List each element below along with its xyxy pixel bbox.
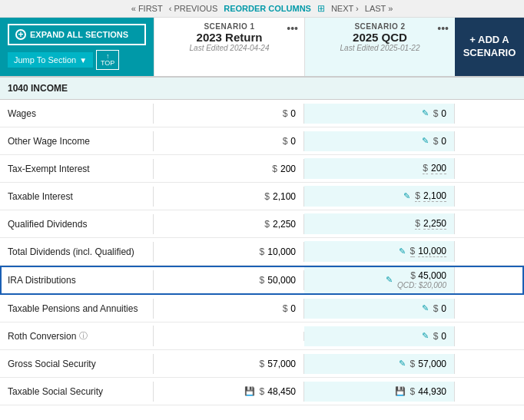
row-label: Total Dividends (incl. Qualified) <box>0 242 154 262</box>
dollar-sign: $ <box>433 303 439 314</box>
row-label: IRA Distributions <box>0 270 154 290</box>
dollar-sign: $ <box>283 303 288 314</box>
cell-value: 0 <box>290 108 296 119</box>
dollar-sign: $ <box>433 331 439 342</box>
cell-value: 2,100 <box>423 190 446 202</box>
cell-value: 44,930 <box>418 386 446 397</box>
scenario-2-edited: Last Edited 2025-01-22 <box>313 44 447 52</box>
scenario-2-header: ••• SCENARIO 2 2025 QCD Last Edited 2025… <box>304 18 455 76</box>
row-label: Taxable Interest <box>0 187 154 207</box>
dollar-sign: $ <box>260 386 265 397</box>
row-label: Wages <box>0 104 154 124</box>
cell-value: 200 <box>431 163 446 174</box>
scenario-2-cell: ✎$ 45,000QCD: $20,000 <box>304 266 455 294</box>
dollar-sign: $ <box>410 359 416 369</box>
dollar-sign: $ <box>433 108 439 119</box>
nav-next[interactable]: NEXT › <box>331 4 359 13</box>
sidebar-header: + EXPAND ALL SECTIONS Jump To Section ▼ … <box>0 18 154 76</box>
help-icon[interactable]: ⓘ <box>79 330 88 342</box>
dollar-sign: $ <box>283 136 288 147</box>
chevron-down-icon: ▼ <box>79 56 87 64</box>
floppy-icon[interactable]: 💾 <box>395 386 406 396</box>
dollar-sign: $ <box>415 190 420 202</box>
cell-value: 0 <box>441 303 446 314</box>
scenario-1-cell: $200 <box>154 159 304 179</box>
dollar-sign: $ <box>260 246 265 257</box>
scenario-2-cell: ✎$0 <box>304 131 455 151</box>
cell-value: 0 <box>290 303 296 314</box>
scenario-1-cell: $50,000 <box>154 270 304 290</box>
cell-value: 50,000 <box>267 275 296 286</box>
table-row: Other Wage Income$0✎$0 <box>0 127 524 155</box>
dollar-sign: $ <box>260 359 265 369</box>
scenario-1-cell: $2,250 <box>154 214 304 234</box>
table-row: Roth Conversion ⓘ✎$0 <box>0 322 524 350</box>
row-label: Taxable Social Security <box>0 382 154 402</box>
cell-value: 200 <box>280 164 296 174</box>
jump-label: Jump To Section <box>14 55 76 64</box>
jump-to-section-button[interactable]: Jump To Section ▼ <box>8 52 93 68</box>
scenario-1-menu[interactable]: ••• <box>287 22 298 35</box>
nav-first[interactable]: « FIRST <box>131 4 163 13</box>
scenario-2-cell: $2,250 <box>304 213 455 234</box>
cell-with-sub: $ 45,000QCD: $20,000 <box>397 270 446 289</box>
scenario-2-cell: ✎$2,100 <box>304 186 455 207</box>
dollar-sign: $ <box>264 191 270 202</box>
nav-reorder[interactable]: REORDER COLUMNS <box>224 4 311 13</box>
scenario-1-cell: $0 <box>154 299 304 319</box>
cell-value: 2,250 <box>423 218 446 230</box>
scenario-2-cell: ✎$0 <box>304 326 455 346</box>
scenario-1-cell: $0 <box>154 131 304 151</box>
scenario-2-menu[interactable]: ••• <box>437 22 449 35</box>
row-label: Roth Conversion ⓘ <box>0 326 154 346</box>
scenario-2-name: 2025 QCD <box>313 31 447 44</box>
nav-last[interactable]: LAST » <box>365 4 393 13</box>
qcd-note: QCD: $20,000 <box>397 281 446 289</box>
edit-icon[interactable]: ✎ <box>399 359 406 369</box>
scenario-2-cell: 💾$44,930 <box>304 382 455 402</box>
edit-icon[interactable]: ✎ <box>422 136 429 146</box>
cell-value: 48,450 <box>267 386 296 397</box>
table-row: Taxable Social Security💾$48,450💾$44,930 <box>0 378 524 405</box>
nav-previous[interactable]: ‹ PREVIOUS <box>169 4 218 13</box>
section-title: 1040 INCOME <box>8 83 68 94</box>
scenario-1-cell: $2,100 <box>154 187 304 207</box>
dollar-sign: $ <box>410 246 416 257</box>
edit-icon[interactable]: ✎ <box>399 246 406 256</box>
scenario-1-cell: 💾$48,450 <box>154 382 304 402</box>
table-row: Total Dividends (incl. Qualified)$10,000… <box>0 238 524 266</box>
scenario-2-cell: ✎$10,000 <box>304 241 455 262</box>
edit-icon[interactable]: ✎ <box>422 303 429 313</box>
floppy-icon[interactable]: 💾 <box>244 386 255 396</box>
table-row: Gross Social Security$57,000✎$57,000 <box>0 350 524 378</box>
plus-circle-icon: + <box>15 29 26 40</box>
cell-value: 45,000 <box>416 270 446 281</box>
cell-value: 57,000 <box>418 359 446 369</box>
dollar-sign: $ <box>272 164 277 174</box>
add-scenario-label: + ADD A SCENARIO <box>463 34 516 60</box>
add-scenario-button[interactable]: + ADD A SCENARIO <box>455 18 524 76</box>
top-label: TOP <box>101 60 114 67</box>
dollar-sign: $ <box>410 386 416 397</box>
edit-icon[interactable]: ✎ <box>403 191 410 201</box>
row-label: Other Wage Income <box>0 131 154 151</box>
scenario-1-edited: Last Edited 2024-04-24 <box>162 44 297 52</box>
edit-icon[interactable]: ✎ <box>422 108 429 118</box>
cell-value: 10,000 <box>418 246 446 257</box>
cell-value: 0 <box>441 331 446 342</box>
dollar-sign: $ <box>410 270 416 281</box>
edit-icon[interactable]: ✎ <box>386 275 393 285</box>
top-button[interactable]: ↑ TOP <box>96 50 119 70</box>
edit-icon[interactable]: ✎ <box>422 331 429 341</box>
table-row: Taxable Interest$2,100✎$2,100 <box>0 183 524 210</box>
expand-all-button[interactable]: + EXPAND ALL SECTIONS <box>8 24 146 45</box>
table-row: IRA Distributions$50,000✎$ 45,000QCD: $2… <box>0 266 524 295</box>
cell-value: 0 <box>441 108 446 119</box>
row-label: Tax-Exempt Interest <box>0 159 154 179</box>
table-row: Qualified Dividends$2,250$2,250 <box>0 210 524 238</box>
table-row: Tax-Exempt Interest$200$200 <box>0 155 524 183</box>
section-header-1040-income: 1040 INCOME <box>0 78 524 100</box>
scenario-2-cell: ✎$0 <box>304 299 455 319</box>
cell-value: 0 <box>441 136 446 147</box>
scenario-1-num: SCENARIO 1 <box>162 22 297 31</box>
